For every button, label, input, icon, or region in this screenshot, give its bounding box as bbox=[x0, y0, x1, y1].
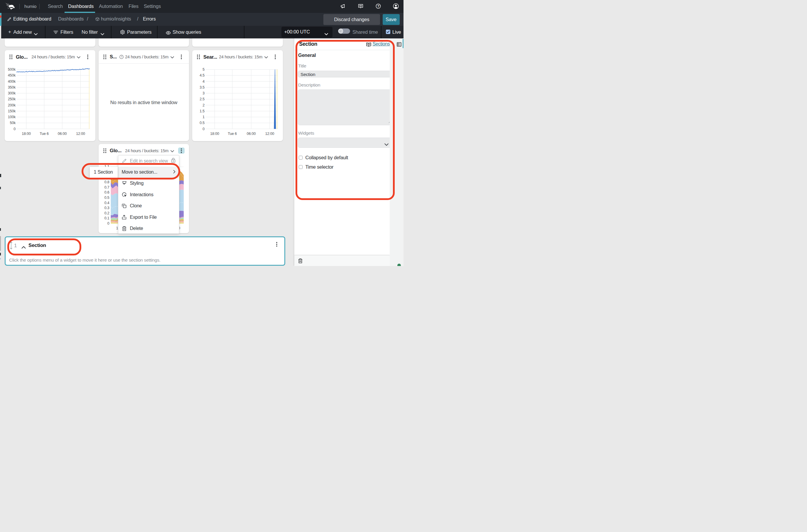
svg-text:150k: 150k bbox=[8, 109, 16, 113]
svg-text:350k: 350k bbox=[8, 86, 16, 90]
svg-text:400k: 400k bbox=[8, 79, 16, 83]
svg-text:06:00: 06:00 bbox=[247, 132, 256, 136]
svg-text:500k: 500k bbox=[8, 68, 16, 72]
svg-text:3.5: 3.5 bbox=[200, 86, 204, 90]
svg-text:18:00: 18:00 bbox=[22, 132, 31, 136]
svg-text:0.5: 0.5 bbox=[105, 196, 109, 200]
svg-text:0: 0 bbox=[14, 127, 16, 131]
svg-text:0.6: 0.6 bbox=[105, 190, 109, 194]
svg-text:50k: 50k bbox=[10, 121, 16, 125]
svg-text:Tue 6: Tue 6 bbox=[40, 132, 49, 136]
svg-text:0.2: 0.2 bbox=[105, 211, 109, 215]
svg-text:250k: 250k bbox=[8, 97, 16, 101]
svg-text:12:00: 12:00 bbox=[265, 132, 274, 136]
svg-text:Tue 6: Tue 6 bbox=[228, 132, 237, 136]
svg-text:18:00: 18:00 bbox=[210, 132, 219, 136]
svg-text:4: 4 bbox=[202, 79, 204, 83]
svg-text:450k: 450k bbox=[8, 73, 16, 77]
svg-text:?: ? bbox=[378, 4, 379, 8]
svg-text:12:00: 12:00 bbox=[76, 132, 85, 136]
svg-text:2.5: 2.5 bbox=[200, 97, 204, 101]
svg-text:?: ? bbox=[121, 55, 122, 58]
svg-text:0: 0 bbox=[202, 127, 204, 131]
svg-text:300k: 300k bbox=[8, 91, 16, 95]
svg-text:200k: 200k bbox=[8, 103, 16, 107]
svg-text:0.1: 0.1 bbox=[105, 216, 109, 220]
svg-text:1.5: 1.5 bbox=[200, 109, 204, 113]
svg-text:0.4: 0.4 bbox=[105, 201, 109, 205]
svg-text:0.8: 0.8 bbox=[105, 180, 109, 184]
svg-text:06:00: 06:00 bbox=[58, 132, 67, 136]
svg-text:100k: 100k bbox=[8, 115, 16, 119]
svg-text:0.7: 0.7 bbox=[105, 185, 109, 189]
svg-text:3: 3 bbox=[202, 91, 204, 95]
svg-text:2: 2 bbox=[202, 103, 204, 107]
svg-text:5: 5 bbox=[202, 68, 204, 72]
svg-text:4.5: 4.5 bbox=[200, 73, 204, 77]
svg-text:1: 1 bbox=[202, 115, 204, 119]
svg-text:0.5: 0.5 bbox=[200, 121, 204, 125]
svg-text:0.3: 0.3 bbox=[105, 206, 109, 210]
svg-text:0: 0 bbox=[107, 222, 109, 226]
